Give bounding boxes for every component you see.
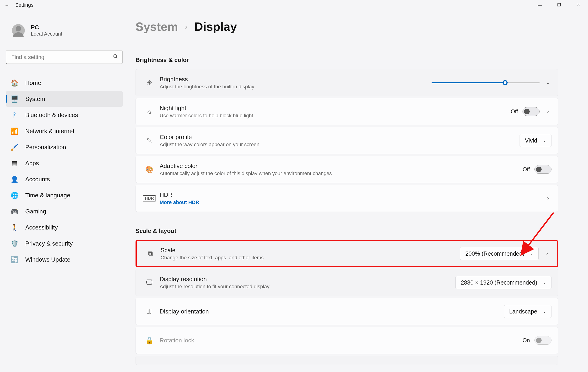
group-scale-layout: ⧉ Scale Change the size of text, apps, a…: [136, 240, 558, 367]
sidebar-item-apps[interactable]: ▦Apps: [6, 155, 123, 171]
toggle-state-label: On: [523, 337, 530, 343]
card-title: HDR: [160, 191, 545, 199]
card-night-light[interactable]: ☼ Night light Use warmer colors to help …: [136, 98, 558, 125]
sidebar-item-label: Network & internet: [25, 128, 74, 135]
card-color-profile[interactable]: ✎ Color profile Adjust the way colors ap…: [136, 127, 558, 154]
card-right: ⌄: [431, 80, 551, 86]
card-text: Color profile Adjust the way colors appe…: [156, 134, 520, 148]
dropdown-value: 200% (Recommended): [465, 250, 524, 257]
search-input[interactable]: [6, 50, 123, 64]
chevron-down-icon: ⌄: [530, 251, 533, 256]
card-title: Adaptive color: [160, 162, 523, 170]
night-icon: ☼: [143, 108, 156, 115]
search-wrap: [6, 50, 123, 64]
shield-icon: 🛡️: [10, 240, 18, 247]
card-adaptive-color[interactable]: 🎨 Adaptive color Automatically adjust th…: [136, 156, 558, 183]
minimize-button[interactable]: ―: [530, 0, 549, 10]
sidebar-item-bluetooth[interactable]: ᛒBluetooth & devices: [6, 107, 123, 123]
sidebar-item-accounts[interactable]: 👤Accounts: [6, 171, 123, 187]
sidebar-item-label: Windows Update: [25, 256, 71, 263]
section-heading-scale: Scale & layout: [136, 227, 558, 234]
update-icon: 🔄: [10, 256, 18, 263]
toggle-state-label: Off: [511, 108, 518, 115]
card-resolution[interactable]: 🖵 Display resolution Adjust the resoluti…: [136, 269, 558, 296]
sidebar-item-update[interactable]: 🔄Windows Update: [6, 252, 123, 267]
gamepad-icon: 🎮: [10, 207, 18, 215]
orientation-dropdown[interactable]: Landscape ⌄: [504, 305, 551, 318]
resolution-dropdown[interactable]: 2880 × 1920 (Recommended) ⌄: [455, 276, 551, 289]
chevron-right-icon[interactable]: ›: [544, 251, 551, 257]
card-subtitle: Adjust the way colors appear on your scr…: [160, 141, 520, 148]
sidebar-item-label: System: [25, 95, 45, 103]
person-icon: 👤: [10, 175, 18, 183]
card-title: Rotation lock: [160, 337, 523, 344]
account-block[interactable]: PC Local Account: [12, 24, 123, 37]
adaptive-toggle-wrap: Off: [523, 165, 551, 174]
sidebar-item-system[interactable]: 🖥️System: [6, 91, 123, 107]
card-more[interactable]: [136, 356, 558, 365]
card-subtitle: Change the size of text, apps, and other…: [160, 255, 460, 261]
sidebar-item-time[interactable]: 🌐Time & language: [6, 188, 123, 203]
rotation-toggle-wrap: On: [523, 336, 551, 345]
back-arrow-icon[interactable]: ←: [5, 2, 9, 8]
titlebar: ← Settings ― ❐ ✕: [0, 0, 588, 10]
sidebar-item-privacy[interactable]: 🛡️Privacy & security: [6, 236, 123, 251]
hdr-icon: HDR: [143, 195, 156, 201]
card-hdr[interactable]: HDR HDR More about HDR ›: [136, 185, 558, 212]
chevron-down-icon: ⌄: [543, 138, 546, 143]
rotation-lock-icon: 🔒: [143, 336, 156, 344]
sidebar-item-label: Gaming: [25, 208, 46, 215]
chevron-right-icon[interactable]: ›: [545, 109, 551, 114]
sidebar-item-label: Home: [25, 80, 41, 87]
dropdown-value: 2880 × 1920 (Recommended): [461, 279, 537, 286]
sun-icon: ☀: [143, 79, 156, 87]
sidebar-item-gaming[interactable]: 🎮Gaming: [6, 203, 123, 219]
account-name: PC: [31, 24, 62, 31]
sidebar-item-personalization[interactable]: 🖌️Personalization: [6, 139, 123, 155]
adaptive-color-toggle[interactable]: [535, 165, 551, 174]
hdr-link[interactable]: More about HDR: [160, 200, 545, 205]
card-title: Color profile: [160, 134, 520, 141]
card-right: ›: [545, 195, 551, 201]
sidebar-item-label: Time & language: [25, 192, 70, 199]
nav: 🏠Home 🖥️System ᛒBluetooth & devices 📶Net…: [6, 75, 123, 267]
chevron-right-icon[interactable]: ›: [545, 195, 551, 201]
card-orientation[interactable]: 🖵̈ Display orientation Landscape ⌄: [136, 298, 558, 325]
card-right: On: [523, 336, 551, 345]
card-right: 200% (Recommended) ⌄ ›: [460, 247, 551, 260]
sidebar-item-network[interactable]: 📶Network & internet: [6, 123, 123, 139]
card-scale[interactable]: ⧉ Scale Change the size of text, apps, a…: [136, 240, 558, 267]
card-brightness[interactable]: ☀ Brightness Adjust the brightness of th…: [136, 69, 558, 96]
sidebar-item-home[interactable]: 🏠Home: [6, 75, 123, 91]
chevron-down-icon: ⌄: [543, 309, 546, 314]
sidebar-item-accessibility[interactable]: 🚶Accessibility: [6, 220, 123, 235]
breadcrumb-parent[interactable]: System: [136, 20, 178, 33]
sidebar-item-label: Accessibility: [25, 224, 58, 231]
chevron-down-icon[interactable]: ⌄: [545, 80, 551, 86]
color-profile-dropdown[interactable]: Vivid ⌄: [520, 134, 551, 147]
app-title: Settings: [15, 2, 33, 8]
card-text: HDR More about HDR: [156, 191, 545, 205]
sidebar-item-label: Apps: [25, 160, 39, 167]
monitor-icon: 🖵: [143, 279, 156, 286]
brightness-slider[interactable]: [431, 82, 540, 83]
dropdown-value: Vivid: [525, 137, 537, 144]
close-button[interactable]: ✕: [569, 0, 588, 10]
card-text: Scale Change the size of text, apps, and…: [157, 247, 460, 261]
night-light-toggle[interactable]: [523, 107, 540, 116]
maximize-button[interactable]: ❐: [549, 0, 569, 10]
card-text: Adaptive color Automatically adjust the …: [156, 162, 523, 176]
slider-thumb[interactable]: [503, 80, 508, 85]
card-text: Night light Use warmer colors to help bl…: [156, 105, 511, 119]
globe-icon: 🌐: [10, 191, 18, 199]
chevron-right-icon: ›: [185, 22, 188, 31]
palette-icon: 🎨: [143, 165, 156, 173]
scale-dropdown[interactable]: 200% (Recommended) ⌄: [460, 247, 539, 260]
system-icon: 🖥️: [10, 95, 18, 103]
avatar-icon: [12, 24, 25, 37]
sidebar-item-label: Privacy & security: [25, 240, 73, 247]
titlebar-left: ← Settings: [5, 2, 33, 8]
card-text: Display orientation: [156, 308, 504, 315]
section-heading-brightness: Brightness & color: [136, 56, 558, 64]
card-right: Off: [523, 165, 551, 174]
